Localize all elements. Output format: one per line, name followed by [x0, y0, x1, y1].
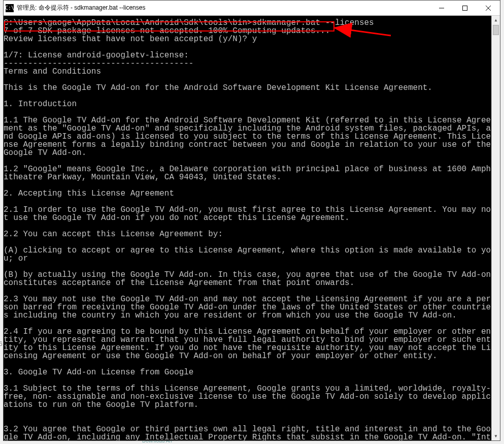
scroll-down-arrow-icon[interactable]: ▼ — [492, 432, 500, 440]
close-button[interactable] — [477, 1, 500, 15]
minimize-button[interactable] — [430, 1, 453, 15]
background-left-hint: 6 — [0, 340, 3, 347]
titlebar[interactable]: C:\ 管理员: 命令提示符 - sdkmanager.bat --licens… — [4, 1, 500, 16]
scrollbar-thumb[interactable] — [493, 25, 499, 35]
cmd-icon: C:\ — [6, 4, 14, 12]
minimize-icon — [439, 6, 444, 11]
terminal-output[interactable]: C:\Users\gaoge\AppData\Local\Android\Sdk… — [4, 16, 491, 440]
window-controls — [430, 1, 500, 15]
console-window: C:\ 管理员: 命令提示符 - sdkmanager.bat --licens… — [3, 0, 500, 441]
maximize-button[interactable] — [453, 1, 477, 15]
window-title: 管理员: 命令提示符 - sdkmanager.bat --licenses — [17, 4, 430, 12]
maximize-icon — [462, 6, 467, 11]
close-icon — [486, 6, 491, 11]
vertical-scrollbar[interactable]: ▲ ▼ — [491, 16, 500, 440]
terminal-body: 7 of 7 SDK package licenses not accepted… — [4, 26, 491, 440]
terminal-area: C:\Users\gaoge\AppData\Local\Android\Sdk… — [4, 16, 500, 440]
scroll-up-arrow-icon[interactable]: ▲ — [492, 16, 500, 24]
svg-rect-1 — [463, 6, 467, 10]
